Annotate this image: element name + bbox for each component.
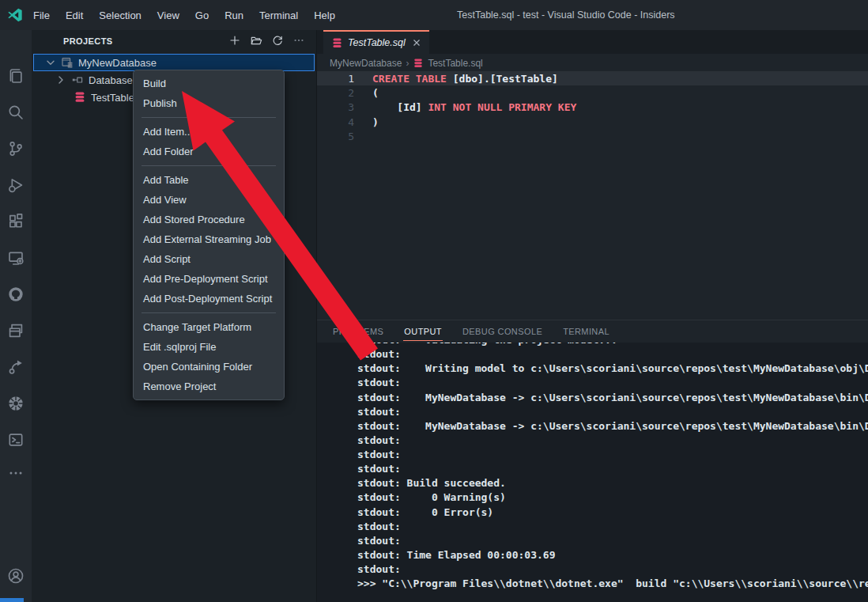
explorer-icon[interactable] [6,66,25,85]
source-control-icon[interactable] [6,139,25,158]
title-bar: FileEditSelectionViewGoRunTerminalHelp T… [0,0,868,30]
account-icon[interactable] [6,566,25,585]
tab-testtable-sql[interactable]: TestTable.sql [323,30,429,54]
code-line-3: 3 [Id] INT NOT NULL PRIMARY KEY [317,100,868,115]
sql-file-icon [413,58,424,69]
menubar-item-run[interactable]: Run [217,6,251,25]
project-context-menu: BuildPublishAdd Item...Add FolderAdd Tab… [133,70,285,400]
sql-file-icon [331,37,343,49]
search-icon[interactable] [6,103,25,122]
extensions-icon[interactable] [6,212,25,231]
code-line-1: 1CREATE TABLE [dbo].[TestTable] [317,71,868,85]
context-menu-item-add-view[interactable]: Add View [134,190,284,210]
vscode-window: FileEditSelectionViewGoRunTerminalHelp T… [0,0,868,602]
context-menu-item-add-item[interactable]: Add Item... [134,122,284,142]
menu-separator [142,165,276,166]
chevron-down-icon[interactable] [44,56,57,69]
panel-tab-problems[interactable]: PROBLEMS [332,322,384,341]
close-tab-icon[interactable] [410,36,423,49]
tab-strip: TestTable.sql [317,30,868,54]
breadcrumb-separator-icon: › [406,58,409,69]
remote-explorer-icon[interactable] [6,248,25,267]
context-menu-item-add-folder[interactable]: Add Folder [134,142,284,161]
reference-icon [71,74,84,86]
context-menu-item-change-target-platform[interactable]: Change Target Platform [134,317,284,337]
context-menu-item-add-post-deployment-script[interactable]: Add Post-Deployment Script [134,289,284,309]
menu-bar: FileEditSelectionViewGoRunTerminalHelp [25,0,343,30]
powershell-icon[interactable] [6,430,25,449]
menubar-item-edit[interactable]: Edit [58,6,91,25]
context-menu-item-add-stored-procedure[interactable]: Add Stored Procedure [134,210,284,229]
menubar-item-terminal[interactable]: Terminal [251,6,306,25]
vscode-insiders-logo-icon [7,7,23,23]
context-menu-item-build[interactable]: Build [134,74,284,93]
chevron-right-icon[interactable] [55,74,67,86]
db-red-icon [74,91,86,104]
output-text: stdout: Validating the project model... … [317,343,868,591]
context-menu-item-open-containing-folder[interactable]: Open Containing Folder [134,357,284,377]
context-menu-item-add-table[interactable]: Add Table [134,170,284,190]
menubar-item-go[interactable]: Go [187,6,217,25]
panel-tab-debug-console[interactable]: DEBUG CONSOLE [462,322,543,341]
project-db-icon [61,56,74,69]
context-menu-item-edit-sqlproj-file[interactable]: Edit .sqlproj File [134,337,284,357]
kubernetes-icon[interactable] [6,394,25,413]
menubar-item-view[interactable]: View [149,6,187,25]
github-icon[interactable] [6,285,25,304]
context-menu-item-add-script[interactable]: Add Script [134,249,284,269]
open-folder-icon[interactable] [248,32,264,49]
code-text: ) [354,116,379,128]
menubar-item-file[interactable]: File [25,6,58,25]
activity-bar: ⚙1 [0,30,32,602]
more-views-icon[interactable] [6,464,25,483]
code-line-5: 5 [317,130,868,144]
line-number: 4 [317,116,354,128]
menu-separator [142,312,276,313]
run-and-debug-icon[interactable] [6,176,25,195]
breadcrumb-file[interactable]: TestTable.sql [428,58,482,69]
line-number: 2 [317,87,354,99]
code-line-4: 4) [317,115,868,129]
code-text: [Id] INT NOT NULL PRIMARY KEY [354,101,576,113]
panel-tabs: PROBLEMSOUTPUTDEBUG CONSOLETERMINAL [332,320,610,343]
line-number: 3 [317,101,354,113]
context-menu-item-add-external-streaming-job[interactable]: Add External Streaming Job [134,229,284,249]
code-line-2: 2( [317,85,868,100]
breadcrumb-project[interactable]: MyNewDatabase [330,58,402,69]
sidebar-actions [227,32,307,49]
code-editor[interactable]: 1CREATE TABLE [dbo].[TestTable]2(3 [Id] … [317,71,868,350]
status-fragment [0,598,24,602]
editor-group: TestTable.sql MyNewDatabase › TestTable.… [316,30,868,602]
add-icon[interactable] [227,32,243,49]
code-text: CREATE TABLE [dbo].[TestTable] [354,73,558,85]
live-share-icon[interactable] [6,358,25,377]
sidebar-title: PROJECTS [63,36,113,46]
refresh-icon[interactable] [270,32,285,49]
tab-label: TestTable.sql [348,37,406,48]
menu-separator [142,117,276,118]
panel-tab-terminal[interactable]: TERMINAL [562,322,610,341]
context-menu-item-add-pre-deployment-script[interactable]: Add Pre-Deployment Script [134,269,284,289]
line-number: 5 [317,131,354,142]
menubar-item-help[interactable]: Help [306,6,343,25]
output-console[interactable]: stdout: Validating the project model... … [317,343,868,602]
sidebar-header: PROJECTS [32,30,316,52]
tree-item-label: MyNewDatabase [78,57,157,69]
bottom-panel: PROBLEMSOUTPUTDEBUG CONSOLETERMINAL stdo… [317,320,868,602]
code-text: ( [354,87,379,99]
tree-item-mynewdatabase[interactable]: MyNewDatabase [33,54,315,71]
context-menu-item-publish[interactable]: Publish [134,93,284,113]
window-title: TestTable.sql - test - Visual Studio Cod… [457,0,675,30]
line-number: 1 [317,73,354,85]
more-icon[interactable] [291,32,307,49]
context-menu-item-remove-project[interactable]: Remove Project [134,377,284,396]
editor-windows-icon[interactable] [6,321,25,340]
panel-tab-output[interactable]: OUTPUT [403,322,443,341]
menubar-item-selection[interactable]: Selection [91,6,149,25]
breadcrumb: MyNewDatabase › TestTable.sql [317,54,868,72]
